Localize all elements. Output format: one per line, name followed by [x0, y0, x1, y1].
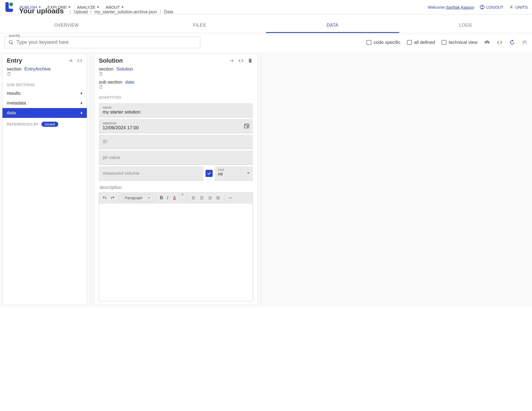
checkbox-label: all defined: [414, 40, 435, 45]
download-button[interactable]: [484, 39, 490, 45]
editor-body[interactable]: [99, 203, 253, 301]
field-ph[interactable]: ph value: [99, 151, 253, 165]
section-label: section: [99, 66, 114, 72]
code-view-button[interactable]: [497, 39, 503, 45]
navigate-icon[interactable]: [68, 58, 73, 63]
delete-icon[interactable]: [247, 58, 253, 63]
paragraph-select[interactable]: Paragraph: [122, 194, 153, 201]
color-dropdown[interactable]: [180, 195, 185, 201]
logo[interactable]: [4, 2, 14, 12]
checkbox-icon: [407, 40, 412, 45]
tab-files[interactable]: FILES: [133, 19, 266, 33]
checkbox-code-specific[interactable]: code specific: [366, 40, 400, 45]
field-label: datetime: [103, 121, 249, 125]
scrollbar[interactable]: [89, 54, 92, 305]
clipboard-icon[interactable]: [99, 72, 253, 76]
svg-rect-11: [100, 85, 102, 86]
svg-rect-6: [8, 73, 10, 76]
text-color-button[interactable]: [171, 195, 178, 201]
reload-button[interactable]: [509, 39, 515, 45]
checkbox-all-defined[interactable]: all defined: [407, 40, 435, 45]
breadcrumb-data[interactable]: Data: [164, 10, 173, 14]
toolbar: quantity code specific all defined techn…: [0, 33, 532, 51]
section-label: section: [7, 66, 22, 72]
svg-rect-7: [8, 72, 10, 73]
header-right: Welcome Sarthak Kapoor LOGOUT UNITS: [428, 5, 528, 10]
logout-label: LOGOUT: [486, 5, 503, 10]
logout-button[interactable]: LOGOUT: [480, 5, 503, 10]
separator: [187, 195, 188, 201]
field-value: 12/09/2024 17:00: [103, 125, 249, 131]
svg-rect-12: [244, 124, 249, 128]
panel-entry: Entry section EntryArchive SUB SECTIONS …: [2, 54, 87, 305]
field-volume[interactable]: measured volume: [99, 166, 203, 180]
description-label: description: [94, 182, 257, 192]
subsection-results[interactable]: results: [2, 88, 87, 98]
subsection-label: metadata: [7, 100, 26, 106]
breadcrumb-sep: /: [90, 10, 91, 14]
closed-chip[interactable]: closed: [41, 122, 58, 127]
svg-rect-16: [247, 126, 248, 127]
svg-point-4: [9, 40, 12, 43]
more-button[interactable]: [227, 195, 234, 201]
checkbox-technical-view[interactable]: technical view: [442, 40, 478, 45]
nav-about-label: ABOUT: [106, 5, 120, 10]
align-center-button[interactable]: [198, 195, 205, 201]
paragraph-label: Paragraph: [125, 196, 142, 200]
align-justify-button[interactable]: [215, 195, 221, 201]
align-right-button[interactable]: [207, 195, 213, 201]
section-link[interactable]: Solution: [117, 66, 133, 72]
svg-rect-17: [173, 199, 176, 200]
code-icon[interactable]: [238, 58, 244, 63]
subsection-data[interactable]: data: [2, 108, 87, 118]
nav-about[interactable]: ABOUT: [106, 5, 124, 10]
breadcrumb-sep: /: [70, 10, 71, 14]
unit-value: ml: [218, 172, 250, 177]
bold-button[interactable]: B: [159, 195, 164, 201]
section-link[interactable]: EntryArchive: [25, 66, 51, 72]
separator: [156, 195, 156, 201]
redo-button[interactable]: [109, 195, 116, 201]
tabs: OVERVIEW FILES DATA LOGS: [0, 19, 532, 33]
nav-analyze[interactable]: ANALYZE: [77, 5, 99, 10]
field-id[interactable]: ID: [99, 135, 253, 149]
save-button[interactable]: [522, 39, 528, 45]
units-button[interactable]: UNITS: [509, 5, 528, 10]
user-circle-icon: [480, 5, 485, 10]
welcome-text: Welcome Sarthak Kapoor: [428, 5, 474, 10]
field-datetime[interactable]: datetime 12/09/2024 17:00: [99, 119, 253, 133]
align-left-button[interactable]: [190, 195, 197, 201]
user-link[interactable]: Sarthak Kapoor: [446, 5, 474, 10]
svg-point-31: [230, 198, 231, 198]
svg-line-5: [12, 43, 13, 44]
clipboard-icon[interactable]: [99, 85, 253, 89]
field-volume-row: measured volume Unit ml: [99, 166, 253, 180]
search-input[interactable]: [16, 39, 196, 45]
unit-select[interactable]: Unit ml: [215, 166, 253, 180]
navigate-icon[interactable]: [229, 58, 234, 63]
undo-button[interactable]: [101, 195, 108, 201]
breadcrumb-upload[interactable]: Upload: [74, 10, 88, 14]
breadcrumb-file[interactable]: my_starter_solution.archive.json: [94, 10, 157, 14]
tab-logs[interactable]: LOGS: [399, 19, 532, 33]
page-title: Your uploads: [19, 7, 64, 15]
code-icon[interactable]: [77, 58, 82, 63]
field-placeholder: ph value: [103, 153, 249, 162]
tab-data[interactable]: DATA: [266, 19, 399, 33]
subsection-metadata[interactable]: metadata: [2, 98, 87, 108]
chevron-right-icon: [81, 102, 82, 105]
svg-point-32: [231, 198, 232, 198]
field-name[interactable]: name my starter solution: [99, 103, 253, 117]
subsection-link[interactable]: data: [125, 79, 134, 85]
panel-title: Solution: [99, 57, 229, 64]
section-row: section Solution: [94, 65, 257, 78]
search-box[interactable]: [4, 36, 200, 48]
clipboard-icon[interactable]: [7, 72, 82, 76]
italic-button[interactable]: I: [166, 195, 169, 201]
calendar-icon[interactable]: [244, 123, 250, 129]
scrollbar[interactable]: [260, 54, 262, 305]
tab-overview[interactable]: OVERVIEW: [0, 19, 133, 33]
volume-enabled-checkbox[interactable]: [206, 170, 213, 177]
subsection-label: data: [7, 110, 16, 116]
svg-point-2: [481, 6, 483, 7]
